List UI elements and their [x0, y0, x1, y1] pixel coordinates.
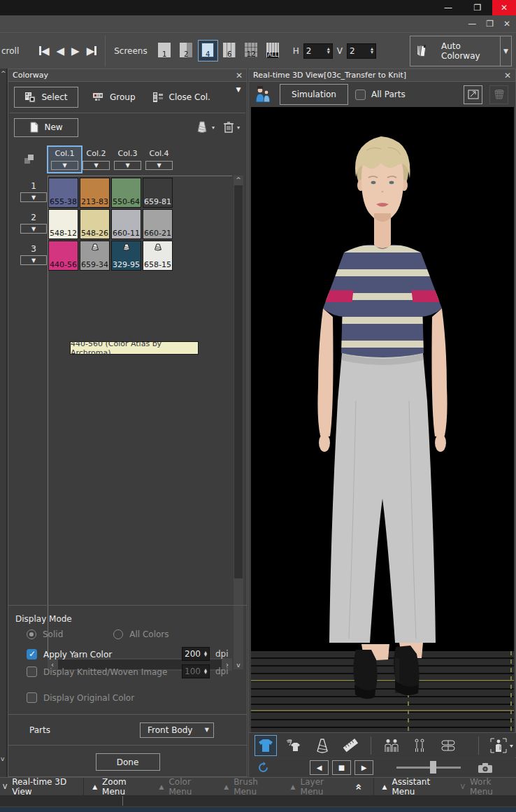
color-swatch[interactable]: 548-26 [80, 209, 110, 239]
app-close-button[interactable]: ✕ [503, 20, 510, 28]
column-header-3[interactable]: Col.3 [112, 149, 143, 158]
play-backward-button[interactable]: ◀ [310, 760, 329, 775]
play-forward-button[interactable]: ▶ [354, 760, 373, 775]
strip-up-icon[interactable]: ^ [1, 70, 6, 77]
new-button[interactable]: New [14, 118, 78, 137]
mannequin-settings-icon[interactable] [253, 85, 273, 104]
3d-model-avatar[interactable] [251, 107, 514, 732]
menu-layer[interactable]: ▲ Layer Menu [282, 778, 348, 795]
color-swatch[interactable]: 213-83 [80, 178, 110, 208]
close-col-button[interactable]: Close Col. [152, 92, 210, 103]
row-1-dropdown[interactable]: ▼ [20, 192, 47, 202]
app-minimize-button[interactable]: — [468, 20, 476, 28]
group-button[interactable]: Group [92, 92, 136, 102]
column-header-4[interactable]: Col.4 [143, 149, 175, 158]
garment-view-button[interactable] [255, 735, 277, 756]
all-parts-checkbox[interactable] [355, 90, 366, 100]
column-3-dropdown[interactable]: ▼ [114, 161, 141, 170]
screens-1-button[interactable]: 1 [156, 41, 173, 60]
yarn-cone-button[interactable] [195, 120, 209, 134]
strip-down-icon[interactable]: v [1, 755, 4, 762]
knitted-dpi-spinner[interactable]: 100 ▴▾ [182, 664, 210, 678]
color-swatch[interactable]: 440-56 [48, 241, 78, 271]
column-1-dropdown[interactable]: ▼ [51, 161, 78, 170]
solid-radio[interactable] [27, 629, 36, 639]
menu-zoom[interactable]: ▲ Zoom Menu [84, 778, 150, 795]
v-spinner[interactable]: 2 ▴▾ [347, 43, 376, 59]
dress-form-button[interactable] [311, 735, 334, 756]
yarn-dpi-spinner[interactable]: 200 ▴▾ [182, 647, 210, 661]
last-page-button[interactable]: ▶ [87, 45, 97, 57]
snapshot-export-button[interactable] [464, 85, 482, 104]
slim-avatars-button[interactable] [409, 735, 431, 756]
h-spinner-arrows[interactable]: ▴▾ [327, 48, 330, 54]
os-minimize-button[interactable]: — [433, 0, 463, 15]
parts-dropdown[interactable]: Front Body ▼ [140, 722, 214, 738]
auto-colorway-button[interactable]: Auto Colorway ▼ [410, 36, 512, 66]
color-swatch[interactable]: 660-11 [111, 209, 141, 239]
ruler-button[interactable] [340, 735, 362, 756]
apply-yarn-color-checkbox[interactable] [27, 649, 37, 660]
row-3-dropdown[interactable]: ▼ [20, 255, 47, 265]
yarn-dropdown[interactable]: ▾ [212, 124, 215, 131]
stop-button[interactable]: ■ [332, 760, 351, 775]
menu-color[interactable]: ▲ Color Menu [151, 778, 216, 795]
next-page-button[interactable]: ▶ [71, 45, 80, 57]
layout-squares-icon[interactable] [23, 153, 36, 166]
scroll-up-icon[interactable]: ^ [234, 176, 243, 183]
menu-work[interactable]: V Work Menu [452, 778, 516, 795]
delete-dropdown[interactable]: ▾ [237, 124, 240, 131]
avatar-info-button[interactable]: i [488, 735, 516, 756]
auto-colorway-dropdown[interactable]: ▼ [500, 36, 511, 66]
display-original-checkbox[interactable] [27, 692, 37, 703]
speed-slider[interactable] [396, 760, 461, 775]
3d-viewport[interactable] [251, 107, 514, 732]
slider-thumb[interactable] [430, 761, 436, 774]
screens-12-button[interactable]: 12 [243, 41, 260, 60]
screens-all-button[interactable]: ALL [264, 41, 282, 60]
os-restore-button[interactable]: ❐ [463, 0, 492, 15]
refresh-icon[interactable] [257, 762, 269, 774]
v-spinner-arrows[interactable]: ▴▾ [371, 48, 373, 54]
vertical-scrollbar[interactable]: ^ v [234, 176, 243, 669]
previous-page-button[interactable]: ◀ [57, 45, 65, 57]
color-swatch[interactable]: 659-34 [80, 241, 110, 271]
screens-2-button[interactable]: 2 [178, 41, 195, 60]
column-2-dropdown[interactable]: ▼ [83, 161, 110, 170]
avatar-pair-button[interactable] [380, 735, 403, 756]
3d-view-close-button[interactable]: ✕ [504, 71, 511, 80]
done-button[interactable]: Done [96, 753, 160, 771]
first-page-button[interactable]: ◀ [39, 45, 50, 57]
seam-lines-button[interactable] [437, 735, 459, 756]
column-4-dropdown[interactable]: ▼ [145, 161, 173, 170]
column-header-1[interactable]: Col.1 [49, 149, 80, 158]
select-button[interactable]: Select [14, 87, 78, 108]
color-swatch[interactable]: 550-64 [111, 178, 141, 208]
color-swatch[interactable]: 548-12 [48, 209, 78, 239]
color-swatch[interactable]: 655-38 [48, 178, 78, 208]
color-swatch[interactable]: 660-21 [143, 209, 173, 239]
wireframe-basket-button[interactable] [489, 85, 508, 104]
colorway-menu-dropdown[interactable]: ▼ [232, 84, 245, 94]
all-colors-radio[interactable] [113, 629, 123, 639]
app-restore-button[interactable]: ❐ [486, 20, 494, 28]
row-2-dropdown[interactable]: ▼ [20, 224, 47, 234]
camera-icon[interactable] [478, 762, 493, 774]
color-swatch[interactable]: 329-95 [111, 241, 141, 271]
display-knitted-checkbox[interactable] [27, 667, 37, 677]
os-close-button[interactable]: ✕ [492, 0, 516, 15]
expand-menus-icon[interactable]: « [352, 776, 365, 797]
column-header-2[interactable]: Col.2 [80, 149, 112, 158]
color-swatch[interactable]: 658-15 [143, 241, 173, 271]
menu-realtime-3d-view[interactable]: V Real-time 3D View [0, 778, 83, 795]
color-swatch[interactable]: 659-81 [143, 178, 173, 208]
menu-assistant[interactable]: ▲ Assistant Menu [374, 778, 452, 795]
left-collapsed-panel[interactable]: ^ v [0, 69, 7, 777]
screens-4-button[interactable]: 4 [199, 41, 217, 60]
simulation-button[interactable]: Simulation [280, 84, 348, 105]
garment-list-button[interactable] [283, 735, 306, 756]
screens-6-button[interactable]: 6 [221, 41, 238, 60]
h-spinner[interactable]: 2 ▴▾ [303, 43, 333, 59]
delete-button[interactable] [223, 121, 234, 134]
vertical-scroll-thumb[interactable] [234, 185, 243, 578]
